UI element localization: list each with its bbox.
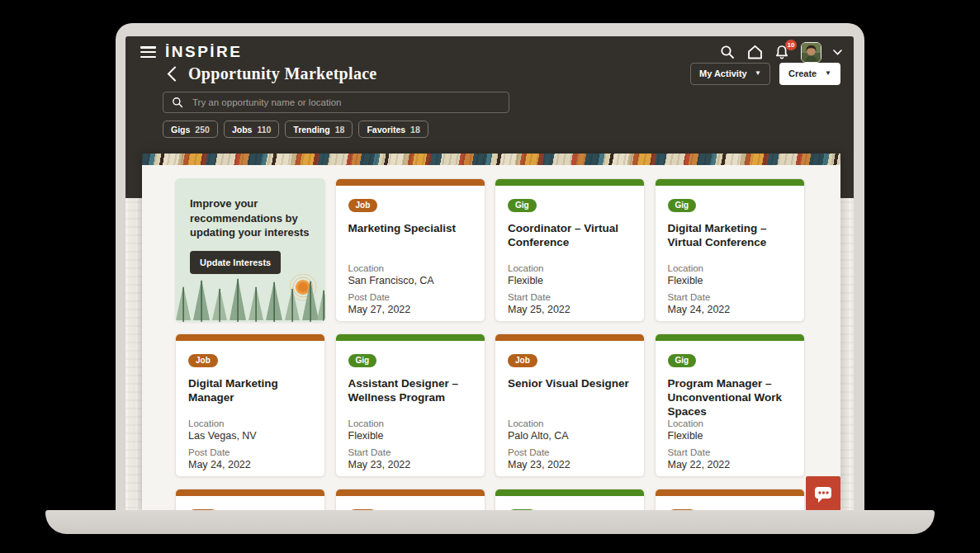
my-activity-label: My Activity: [699, 69, 747, 78]
search-icon[interactable]: [719, 44, 736, 60]
card-accent-bar: [336, 179, 485, 186]
card-accent-bar: [495, 179, 644, 186]
user-avatar[interactable]: [801, 42, 821, 63]
date-label: Post Date: [348, 292, 472, 302]
caret-down-icon: ▼: [755, 70, 761, 77]
opportunity-card-cutoff[interactable]: Job: [335, 489, 485, 512]
filter-pill-trending[interactable]: Trending 18: [285, 121, 353, 138]
opportunity-card-cutoff[interactable]: Gig: [495, 489, 645, 512]
opportunity-card[interactable]: Job Digital Marketing Manager LocationLa…: [175, 333, 325, 477]
card-accent-bar: [656, 334, 804, 341]
date-label: Start Date: [668, 447, 792, 457]
notifications-bell-icon[interactable]: 10: [774, 44, 790, 60]
opportunity-card[interactable]: Gig Digital Marketing – Virtual Conferen…: [655, 178, 805, 322]
opportunity-card[interactable]: Gig Assistant Designer – Wellness Progra…: [335, 333, 485, 477]
opportunity-card-cutoff[interactable]: Job: [175, 489, 325, 512]
opportunity-card[interactable]: Job Marketing Specialist LocationSan Fra…: [335, 178, 485, 322]
page-title: Opportunity Marketplace: [188, 64, 377, 83]
back-chevron-icon[interactable]: [167, 66, 177, 82]
card-title: Coordinator – Virtual Conference: [508, 221, 632, 263]
filter-pill-jobs[interactable]: Jobs 110: [224, 121, 279, 138]
page-title-row: Opportunity Marketplace My Activity ▼ Cr…: [125, 61, 854, 86]
date-value: May 24, 2022: [668, 304, 792, 315]
promo-title: Improve your recommendations by updating…: [190, 196, 310, 240]
card-accent-bar: [176, 489, 324, 496]
card-accent-bar: [495, 489, 644, 496]
opportunity-search-box[interactable]: [163, 92, 509, 113]
location-label: Location: [508, 418, 632, 428]
card-title: Senior Visual Designer: [508, 376, 632, 418]
card-title: Assistant Designer – Wellness Program: [348, 376, 472, 418]
search-input-icon: [172, 97, 183, 108]
create-label: Create: [788, 69, 817, 78]
card-accent-bar: [176, 334, 324, 341]
card-type-badge: Gig: [348, 354, 377, 367]
location-label: Location: [508, 263, 632, 273]
card-title: Digital Marketing – Virtual Conference: [668, 221, 792, 263]
create-button[interactable]: Create ▼: [779, 63, 840, 85]
chat-bubble-icon: [812, 484, 834, 505]
location-value: Flexible: [668, 275, 792, 286]
filter-pill-gigs[interactable]: Gigs 250: [163, 121, 218, 138]
date-label: Start Date: [348, 447, 472, 457]
chat-button[interactable]: [806, 476, 840, 512]
location-value: Las Vegas, NV: [188, 430, 312, 442]
date-label: Start Date: [508, 292, 632, 302]
card-accent-bar: [656, 179, 804, 186]
hamburger-menu-icon[interactable]: [140, 46, 156, 58]
date-label: Start Date: [668, 292, 792, 302]
laptop-base: [45, 510, 935, 534]
account-chevron-down-icon[interactable]: [832, 44, 842, 60]
card-title: Digital Marketing Manager: [188, 376, 312, 418]
date-value: May 24, 2022: [188, 459, 312, 470]
card-type-badge: Gig: [668, 354, 697, 367]
home-icon[interactable]: [746, 44, 763, 60]
update-interests-button[interactable]: Update Interests: [190, 251, 281, 274]
opportunity-card[interactable]: Gig Program Manager – Unconventional Wor…: [655, 333, 805, 477]
opportunity-card[interactable]: Job Senior Visual Designer LocationPalo …: [495, 333, 645, 477]
opportunity-card[interactable]: Gig Coordinator – Virtual Conference Loc…: [495, 178, 645, 322]
filter-pills: Gigs 250 Jobs 110 Trending 18 Favorites …: [163, 121, 428, 138]
filter-pill-favorites[interactable]: Favorites 18: [358, 121, 428, 138]
location-label: Location: [668, 418, 792, 428]
card-type-badge: Job: [508, 354, 537, 367]
opportunity-cards-grid: Improve your recommendations by updating…: [142, 165, 840, 512]
date-value: May 22, 2022: [668, 459, 792, 470]
notification-count-badge: 10: [785, 40, 797, 50]
recommendations-promo-card: Improve your recommendations by updating…: [175, 178, 325, 322]
inspire-logo[interactable]: İNSPİRE: [165, 43, 243, 61]
decorative-pattern-banner: [142, 154, 840, 165]
location-label: Location: [348, 263, 472, 273]
location-value: Flexible: [348, 430, 472, 442]
top-navigation-bar: İNSPİRE 10: [125, 41, 854, 63]
location-value: San Francisco, CA: [348, 275, 472, 286]
card-accent-bar: [656, 489, 804, 496]
location-label: Location: [348, 418, 472, 428]
date-label: Post Date: [188, 447, 312, 457]
card-type-badge: Job: [348, 199, 378, 212]
search-input[interactable]: [191, 97, 509, 108]
card-accent-bar: [495, 334, 644, 341]
card-title: Marketing Specialist: [348, 221, 472, 263]
date-label: Post Date: [508, 447, 632, 457]
location-value: Flexible: [508, 275, 632, 286]
forest-illustration: [175, 274, 325, 322]
location-value: Flexible: [668, 430, 792, 442]
card-type-badge: Job: [188, 354, 218, 367]
location-label: Location: [668, 263, 792, 273]
laptop-screen: İNSPİRE 10: [125, 36, 854, 512]
opportunity-card-cutoff[interactable]: Job: [655, 489, 805, 512]
caret-down-icon: ▼: [825, 70, 831, 77]
card-type-badge: Gig: [508, 199, 537, 212]
date-value: May 23, 2022: [508, 459, 632, 470]
card-accent-bar: [336, 334, 485, 341]
location-label: Location: [188, 418, 312, 428]
date-value: May 23, 2022: [348, 459, 472, 470]
location-value: Palo Alto, CA: [508, 430, 632, 442]
card-title: Program Manager – Unconventional Work Sp…: [668, 376, 792, 419]
date-value: May 27, 2022: [348, 304, 472, 315]
my-activity-button[interactable]: My Activity ▼: [690, 63, 770, 85]
card-accent-bar: [336, 489, 485, 496]
date-value: May 25, 2022: [508, 304, 632, 315]
content-sheet: Improve your recommendations by updating…: [142, 154, 840, 512]
